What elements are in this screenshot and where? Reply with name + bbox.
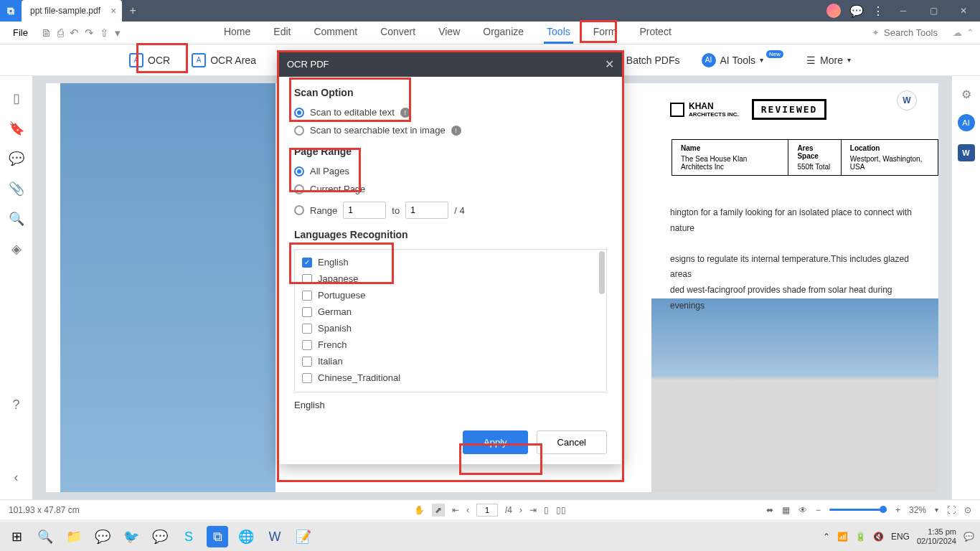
- tab-home[interactable]: Home: [221, 22, 253, 44]
- redo-icon[interactable]: ↷: [85, 27, 94, 39]
- print-icon[interactable]: ⎙: [57, 27, 64, 39]
- close-window-button[interactable]: ✕: [953, 0, 974, 22]
- lang-spanish[interactable]: Spanish: [295, 320, 606, 336]
- tab-convert[interactable]: Convert: [377, 22, 418, 44]
- apply-button[interactable]: Apply: [463, 430, 528, 454]
- file-menu[interactable]: File: [6, 24, 35, 41]
- skype-icon[interactable]: S: [178, 526, 199, 547]
- languages-list[interactable]: ✓English Japanese Portuguese German Span…: [294, 249, 607, 392]
- zoom-slider[interactable]: [829, 509, 887, 511]
- document-tab[interactable]: ppt file-sample.pdf ×: [22, 0, 122, 22]
- lang-english[interactable]: ✓English: [295, 254, 606, 270]
- lang-german[interactable]: German: [295, 303, 606, 320]
- search-taskbar-icon[interactable]: 🔍: [34, 526, 56, 547]
- ocr-area-button[interactable]: A OCR Area: [192, 53, 256, 67]
- battery-icon[interactable]: 🔋: [855, 532, 866, 542]
- menu-dots-icon[interactable]: ⋮: [872, 4, 884, 18]
- save-icon[interactable]: 🗎: [41, 27, 52, 39]
- chat-icon[interactable]: 💬: [849, 4, 864, 18]
- ai-tools-button[interactable]: AI AI Tools ▾ New: [702, 53, 786, 67]
- tab-organize[interactable]: Organize: [480, 22, 527, 44]
- info-icon[interactable]: !: [400, 108, 410, 118]
- prev-page-icon[interactable]: ‹: [466, 505, 469, 515]
- pdfelement-icon[interactable]: ⧉: [207, 526, 228, 547]
- start-button[interactable]: ⊞: [6, 526, 27, 547]
- current-page-option[interactable]: Current Page: [294, 184, 607, 194]
- new-tab-button[interactable]: +: [122, 4, 143, 17]
- messenger-icon[interactable]: 💬: [92, 526, 113, 547]
- search-icon[interactable]: 🔍: [9, 211, 24, 227]
- two-page-icon[interactable]: ▯▯: [556, 505, 566, 515]
- scan-searchable-option[interactable]: Scan to searchable text in image !: [294, 125, 607, 136]
- more-button[interactable]: ☰ More ▾: [806, 55, 851, 66]
- scan-editable-option[interactable]: Scan to editable text !: [294, 107, 607, 118]
- comment-icon[interactable]: 💬: [9, 151, 24, 166]
- thumbnails-icon[interactable]: ▯: [13, 90, 20, 106]
- range-to-input[interactable]: [405, 202, 448, 219]
- bird-app-icon[interactable]: 🐦: [121, 526, 142, 547]
- lang-french[interactable]: French: [295, 336, 606, 353]
- zoom-out-icon[interactable]: −: [816, 505, 821, 515]
- search-tools-input[interactable]: [884, 27, 941, 38]
- notepad-icon[interactable]: 📝: [293, 526, 314, 547]
- read-mode-icon[interactable]: 👁: [798, 505, 807, 515]
- all-pages-option[interactable]: All Pages: [294, 166, 607, 176]
- page-input[interactable]: [476, 504, 498, 517]
- undo-icon[interactable]: ↶: [70, 27, 79, 39]
- range-from-input[interactable]: [343, 202, 386, 219]
- lang-chinese-trad[interactable]: Chinese_Traditional: [295, 369, 606, 386]
- tab-view[interactable]: View: [435, 22, 463, 44]
- wifi-icon[interactable]: 📶: [837, 532, 848, 542]
- ocr-button[interactable]: A OCR: [129, 53, 170, 67]
- word-sidebar-icon[interactable]: W: [958, 144, 975, 161]
- range-option[interactable]: Range to / 4: [294, 202, 607, 219]
- tab-tools[interactable]: Tools: [544, 22, 573, 44]
- clock[interactable]: 1:35 pm 02/10/2024: [917, 527, 956, 546]
- layers-icon[interactable]: ◈: [11, 241, 22, 257]
- scrollbar[interactable]: [599, 251, 605, 294]
- dialog-close-icon[interactable]: ✕: [605, 57, 614, 71]
- fit-width-icon[interactable]: ⬌: [766, 505, 773, 515]
- tab-edit[interactable]: Edit: [270, 22, 293, 44]
- hand-tool-icon[interactable]: ✋: [414, 505, 425, 515]
- notifications-icon[interactable]: 💬: [963, 532, 974, 542]
- help-icon[interactable]: ?: [12, 397, 19, 413]
- tab-protect[interactable]: Protect: [636, 22, 674, 44]
- info-icon[interactable]: !: [451, 126, 461, 136]
- tab-form[interactable]: Form: [590, 22, 620, 44]
- dropdown-icon[interactable]: ▾: [115, 27, 121, 39]
- chevron-icon[interactable]: ⌃: [966, 27, 974, 38]
- close-tab-icon[interactable]: ×: [110, 5, 116, 17]
- batch-pdfs-button[interactable]: Batch PDFs: [626, 55, 680, 66]
- lang-japanese[interactable]: Japanese: [295, 270, 606, 287]
- chevron-up-icon[interactable]: ⌃: [823, 532, 830, 542]
- user-avatar[interactable]: [826, 4, 841, 18]
- zoom-in-icon[interactable]: +: [895, 505, 900, 515]
- last-page-icon[interactable]: ⇥: [529, 505, 537, 515]
- fit-page-icon[interactable]: ▦: [782, 505, 790, 515]
- next-page-icon[interactable]: ›: [519, 505, 522, 515]
- lang-portuguese[interactable]: Portuguese: [295, 287, 606, 303]
- word-taskbar-icon[interactable]: W: [264, 526, 286, 547]
- share-icon[interactable]: ⇧: [100, 27, 109, 39]
- settings-icon[interactable]: ⚙: [961, 88, 971, 101]
- explorer-icon[interactable]: 📁: [63, 526, 85, 547]
- cloud-icon[interactable]: ☁: [953, 27, 962, 38]
- tab-comment[interactable]: Comment: [311, 22, 360, 44]
- bookmark-icon[interactable]: 🔖: [9, 121, 24, 136]
- select-tool-icon[interactable]: ⬈: [432, 504, 445, 517]
- ai-sidebar-icon[interactable]: AI: [958, 114, 975, 131]
- chrome-icon[interactable]: 🌐: [235, 526, 257, 547]
- lang-italian[interactable]: Italian: [295, 353, 606, 369]
- collapse-icon[interactable]: ‹: [14, 470, 19, 485]
- language-indicator[interactable]: ENG: [891, 532, 910, 542]
- minimize-button[interactable]: ─: [892, 0, 914, 22]
- single-page-icon[interactable]: ▯: [544, 505, 549, 515]
- attachment-icon[interactable]: 📎: [9, 181, 24, 197]
- first-page-icon[interactable]: ⇤: [452, 505, 459, 515]
- more-status-icon[interactable]: ⊙: [964, 505, 971, 515]
- fullscreen-icon[interactable]: ⛶: [947, 505, 956, 515]
- zoom-value[interactable]: 32%: [909, 505, 926, 515]
- cancel-button[interactable]: Cancel: [537, 430, 607, 454]
- maximize-button[interactable]: ▢: [923, 0, 944, 22]
